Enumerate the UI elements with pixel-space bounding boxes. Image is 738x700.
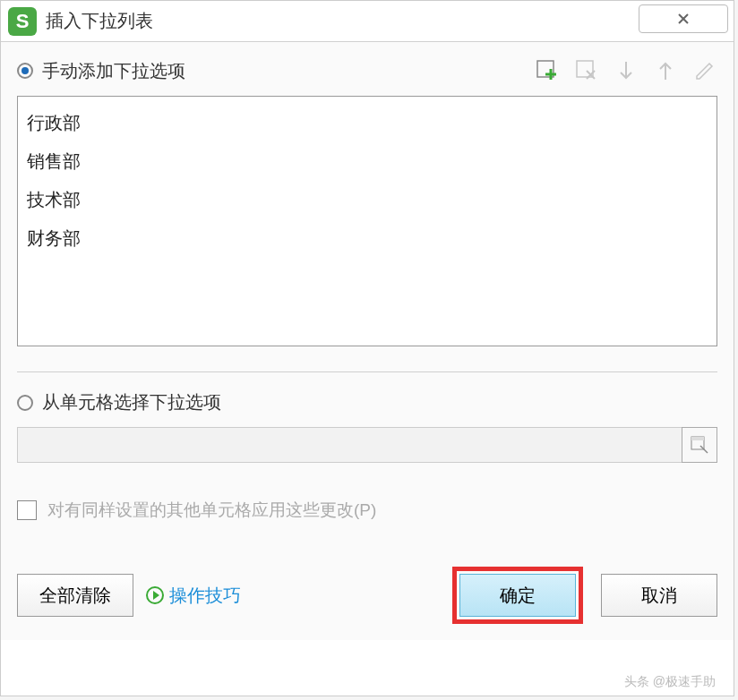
insert-dropdown-dialog: S 插入下拉列表 手动添加下拉选项 (0, 0, 734, 696)
footer-right: 确定 取消 (452, 567, 717, 624)
cell-range-input[interactable] (17, 427, 682, 463)
list-toolbar (535, 58, 717, 83)
dialog-content: 手动添加下拉选项 行政部 (1, 42, 734, 640)
clear-all-button[interactable]: 全部清除 (17, 574, 133, 617)
select-range-button[interactable] (682, 427, 717, 463)
app-icon: S (8, 7, 37, 36)
range-picker-icon (690, 435, 709, 455)
watermark: 头条 @极速手助 (624, 674, 716, 690)
play-icon (146, 586, 164, 604)
delete-item-button[interactable] (574, 58, 599, 83)
list-item[interactable]: 销售部 (27, 142, 708, 181)
cell-select-section: 从单元格选择下拉选项 (17, 390, 717, 463)
divider (17, 371, 717, 372)
arrow-up-icon (656, 60, 674, 81)
move-up-button[interactable] (653, 58, 678, 83)
list-item[interactable]: 技术部 (27, 181, 708, 219)
footer-left: 全部清除 操作技巧 (17, 574, 241, 617)
radio-cells-label: 从单元格选择下拉选项 (42, 390, 221, 414)
close-button[interactable] (639, 4, 728, 33)
add-item-button[interactable] (535, 58, 560, 83)
cell-range-row (17, 427, 717, 463)
list-item[interactable]: 行政部 (27, 104, 708, 142)
tips-link[interactable]: 操作技巧 (146, 584, 241, 608)
ok-button[interactable]: 确定 (459, 574, 576, 617)
tips-label: 操作技巧 (169, 584, 241, 608)
delete-icon (575, 59, 598, 82)
add-icon (536, 59, 559, 82)
pencil-icon (694, 60, 716, 81)
dropdown-items-list[interactable]: 行政部 销售部 技术部 财务部 (17, 96, 717, 346)
arrow-down-icon (617, 60, 635, 81)
manual-option-row: 手动添加下拉选项 (17, 58, 717, 83)
radio-manual-label: 手动添加下拉选项 (42, 59, 185, 83)
edit-item-button[interactable] (692, 58, 717, 83)
close-icon (675, 11, 691, 27)
ok-highlight: 确定 (452, 567, 583, 624)
apply-checkbox-label: 对有同样设置的其他单元格应用这些更改(P) (47, 499, 376, 522)
apply-to-cells-row[interactable]: 对有同样设置的其他单元格应用这些更改(P) (17, 499, 717, 522)
radio-from-cells[interactable] (17, 395, 33, 411)
list-item[interactable]: 财务部 (27, 219, 708, 258)
radio-cells-group[interactable]: 从单元格选择下拉选项 (17, 390, 717, 414)
radio-manual-group[interactable]: 手动添加下拉选项 (17, 59, 185, 83)
dialog-title: 插入下拉列表 (46, 9, 153, 33)
apply-checkbox[interactable] (17, 500, 37, 520)
titlebar: S 插入下拉列表 (1, 1, 734, 42)
dialog-footer: 全部清除 操作技巧 确定 取消 (17, 558, 717, 624)
svg-rect-3 (691, 437, 704, 440)
move-down-button[interactable] (614, 58, 639, 83)
cancel-button[interactable]: 取消 (601, 574, 717, 617)
radio-manual[interactable] (17, 63, 33, 79)
